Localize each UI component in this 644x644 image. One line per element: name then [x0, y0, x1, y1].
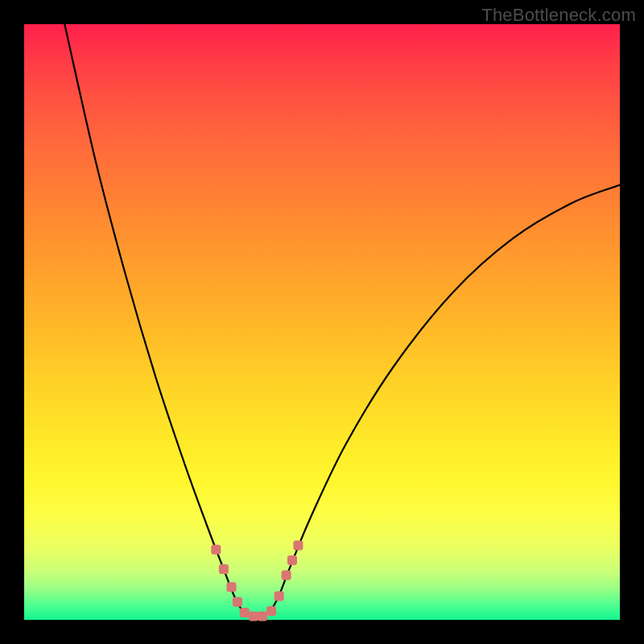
marker-point: [293, 541, 303, 551]
marker-point: [287, 555, 297, 565]
marker-point: [282, 571, 291, 580]
marker-point: [275, 591, 284, 601]
marker-point: [233, 597, 242, 607]
marker-point: [211, 545, 221, 555]
watermark-text: TheBottleneck.com: [481, 5, 636, 26]
marker-point: [249, 612, 258, 621]
marker-point: [266, 606, 276, 616]
bottleneck-chart: [24, 24, 620, 620]
highlight-markers: [211, 541, 303, 621]
marker-point: [240, 608, 250, 617]
marker-point: [258, 612, 267, 621]
marker-point: [227, 582, 237, 592]
marker-point: [219, 564, 229, 574]
bottleneck-curve-line: [64, 24, 620, 617]
